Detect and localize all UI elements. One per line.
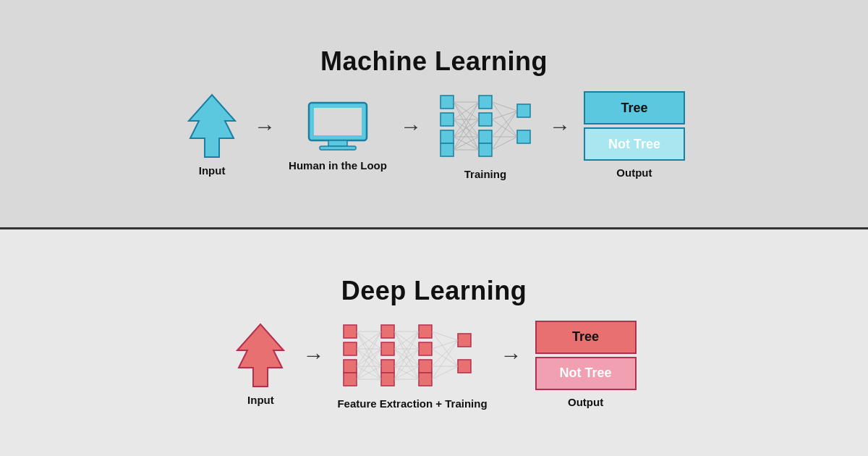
dl-flow-row: Input → xyxy=(231,319,636,410)
dl-tree-icon xyxy=(231,323,289,388)
svg-rect-6 xyxy=(441,113,454,126)
svg-rect-13 xyxy=(517,104,530,117)
svg-rect-9 xyxy=(479,96,492,109)
dl-output-boxes: Tree Not Tree xyxy=(535,321,637,390)
svg-rect-50 xyxy=(419,360,432,373)
svg-line-37 xyxy=(492,111,517,150)
svg-line-87 xyxy=(432,332,458,366)
svg-line-92 xyxy=(432,340,458,379)
svg-rect-49 xyxy=(419,342,432,355)
svg-line-35 xyxy=(492,111,517,137)
ml-output-boxes: Tree Not Tree xyxy=(584,91,685,161)
dl-nottree-box: Not Tree xyxy=(535,357,637,390)
svg-marker-0 xyxy=(189,95,235,157)
svg-line-32 xyxy=(492,102,517,137)
svg-line-90 xyxy=(432,340,458,366)
dl-section: Deep Learning Input → xyxy=(0,229,868,457)
dl-tree-box: Tree xyxy=(535,321,637,354)
svg-rect-4 xyxy=(320,146,356,150)
svg-rect-5 xyxy=(441,96,454,109)
svg-rect-43 xyxy=(344,373,357,386)
ml-arrow-2: → xyxy=(400,114,422,139)
dl-input-label: Input xyxy=(247,394,274,406)
ml-output-label: Output xyxy=(616,166,652,179)
svg-rect-52 xyxy=(458,334,471,347)
dl-output-item: Tree Not Tree Output xyxy=(535,321,637,408)
ml-monitor-icon xyxy=(305,99,370,153)
dl-nn-icon xyxy=(340,319,485,392)
ml-nottree-box: Not Tree xyxy=(584,127,685,161)
dl-input-item: Input xyxy=(231,323,289,406)
svg-line-31 xyxy=(492,102,517,111)
dl-arrow-1: → xyxy=(302,343,324,368)
svg-rect-41 xyxy=(344,342,357,355)
svg-line-38 xyxy=(492,137,517,150)
svg-rect-48 xyxy=(419,325,432,338)
ml-training-item: Training xyxy=(435,90,536,180)
ml-tree-label: Tree xyxy=(621,101,647,116)
svg-rect-42 xyxy=(344,360,357,373)
svg-rect-44 xyxy=(381,325,394,338)
dl-arrow-2: → xyxy=(501,343,522,368)
svg-rect-53 xyxy=(458,360,471,373)
svg-line-93 xyxy=(432,366,458,379)
ml-tree-icon xyxy=(183,93,241,159)
svg-rect-11 xyxy=(479,130,492,143)
dl-training-item: Feature Extraction + Training xyxy=(337,319,487,410)
ml-output-item: Tree Not Tree Output xyxy=(584,91,685,179)
ml-human-item: Human in the Loop xyxy=(289,99,387,172)
svg-rect-7 xyxy=(441,130,454,143)
ml-nn-icon xyxy=(435,90,536,162)
dl-output-label: Output xyxy=(568,396,603,408)
dl-title: Deep Learning xyxy=(341,276,527,306)
ml-human-label: Human in the Loop xyxy=(289,159,387,172)
svg-rect-47 xyxy=(381,373,394,386)
svg-rect-3 xyxy=(328,140,347,146)
svg-rect-12 xyxy=(479,143,492,156)
svg-line-88 xyxy=(432,340,458,349)
dl-nottree-label: Not Tree xyxy=(560,366,612,381)
svg-rect-14 xyxy=(517,130,530,143)
ml-title: Machine Learning xyxy=(320,46,548,77)
ml-input-label: Input xyxy=(199,164,226,177)
ml-tree-box: Tree xyxy=(584,91,685,124)
ml-flow-row: Input → Human in the Loop → xyxy=(183,90,685,180)
svg-rect-45 xyxy=(381,342,394,355)
svg-rect-40 xyxy=(344,325,357,338)
ml-arrow-1: → xyxy=(254,114,276,139)
ml-arrow-3: → xyxy=(549,114,571,139)
svg-rect-10 xyxy=(479,113,492,126)
svg-line-89 xyxy=(432,349,458,366)
ml-section: Machine Learning Input → Human in the Lo… xyxy=(0,0,868,229)
svg-rect-51 xyxy=(419,373,432,386)
svg-rect-46 xyxy=(381,360,394,373)
svg-line-34 xyxy=(492,119,517,137)
svg-rect-2 xyxy=(314,108,362,135)
ml-training-label: Training xyxy=(464,168,506,180)
svg-line-86 xyxy=(432,332,458,340)
ml-input-item: Input xyxy=(183,93,241,177)
dl-tree-label: Tree xyxy=(572,329,599,345)
ml-nottree-label: Not Tree xyxy=(608,137,660,152)
dl-training-label: Feature Extraction + Training xyxy=(337,397,487,410)
svg-rect-8 xyxy=(441,143,454,156)
svg-marker-39 xyxy=(237,324,284,387)
svg-line-33 xyxy=(492,111,517,119)
